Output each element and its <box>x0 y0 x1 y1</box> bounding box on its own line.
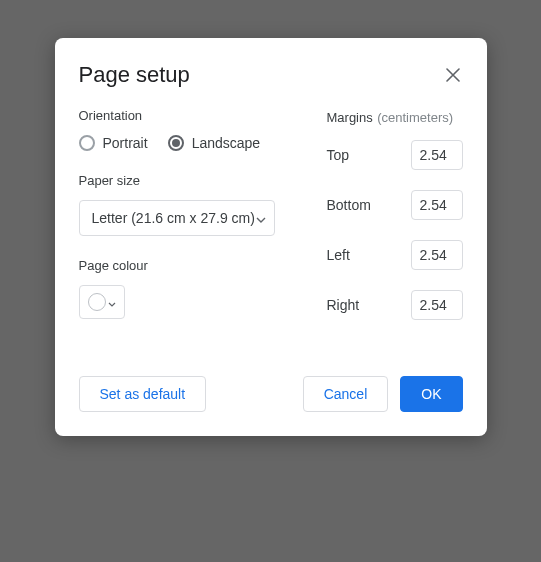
margin-right-input[interactable] <box>411 290 463 320</box>
margin-right-label: Right <box>327 297 360 313</box>
radio-checked-icon <box>168 135 184 151</box>
margin-left-row: Left <box>327 240 463 270</box>
ok-button[interactable]: OK <box>400 376 462 412</box>
orientation-portrait-radio[interactable]: Portrait <box>79 135 148 151</box>
margin-left-label: Left <box>327 247 350 263</box>
orientation-portrait-label: Portrait <box>103 135 148 151</box>
orientation-landscape-label: Landscape <box>192 135 261 151</box>
set-as-default-button[interactable]: Set as default <box>79 376 207 412</box>
margin-right-row: Right <box>327 290 463 320</box>
margin-left-input[interactable] <box>411 240 463 270</box>
paper-size-value: Letter (21.6 cm x 27.9 cm) <box>92 210 255 226</box>
paper-size-label: Paper size <box>79 173 303 188</box>
margin-bottom-label: Bottom <box>327 197 371 213</box>
radio-unchecked-icon <box>79 135 95 151</box>
margin-bottom-row: Bottom <box>327 190 463 220</box>
dialog-title: Page setup <box>79 62 190 88</box>
orientation-label: Orientation <box>79 108 303 123</box>
orientation-landscape-radio[interactable]: Landscape <box>168 135 261 151</box>
margin-top-row: Top <box>327 140 463 170</box>
margins-label: Margins <box>327 110 373 125</box>
caret-down-icon <box>256 210 266 226</box>
close-button[interactable] <box>443 65 463 85</box>
margins-unit: (centimeters) <box>377 110 453 125</box>
dialog-footer: Set as default Cancel OK <box>79 376 463 412</box>
paper-size-select[interactable]: Letter (21.6 cm x 27.9 cm) <box>79 200 275 236</box>
right-column: Margins (centimeters) Top Bottom Left Ri… <box>327 108 463 340</box>
margins-heading: Margins (centimeters) <box>327 108 463 126</box>
margin-top-input[interactable] <box>411 140 463 170</box>
left-column: Orientation Portrait Landscape Paper siz… <box>79 108 303 340</box>
cancel-button[interactable]: Cancel <box>303 376 389 412</box>
colour-swatch-icon <box>88 293 106 311</box>
close-icon <box>446 68 460 82</box>
page-colour-picker[interactable] <box>79 285 125 319</box>
page-setup-dialog: Page setup Orientation Portrait Landscap… <box>55 38 487 436</box>
page-colour-label: Page colour <box>79 258 303 273</box>
margin-top-label: Top <box>327 147 350 163</box>
caret-down-icon <box>108 293 116 311</box>
orientation-radio-group: Portrait Landscape <box>79 135 303 151</box>
margin-bottom-input[interactable] <box>411 190 463 220</box>
dialog-header: Page setup <box>79 62 463 88</box>
